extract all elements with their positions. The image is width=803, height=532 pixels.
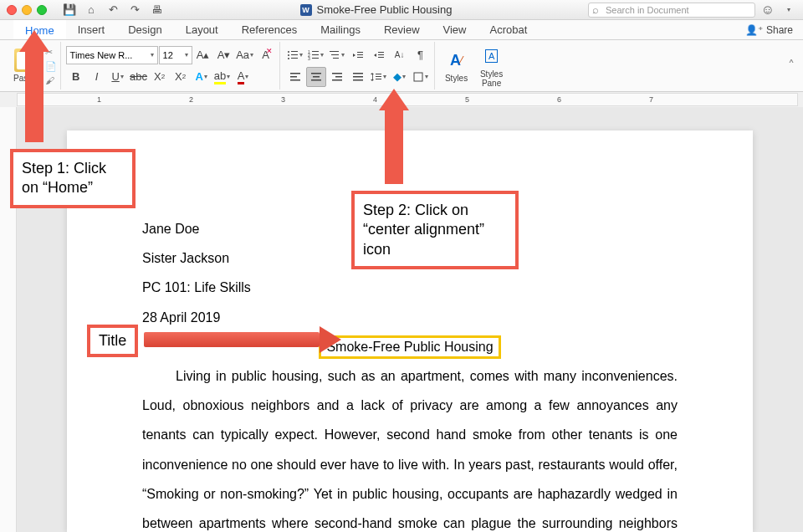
svg-rect-23 xyxy=(290,79,300,81)
window-zoom-icon[interactable] xyxy=(37,5,47,15)
svg-rect-33 xyxy=(372,74,373,79)
show-marks-icon[interactable]: ¶ xyxy=(411,45,431,65)
window-close-icon[interactable] xyxy=(7,5,17,15)
bold-button[interactable]: B xyxy=(66,67,86,87)
numbering-icon[interactable]: 123▾ xyxy=(306,45,326,65)
svg-rect-35 xyxy=(376,76,381,77)
document-title: Smoke-Free Public Housing xyxy=(317,3,453,16)
svg-rect-25 xyxy=(313,76,320,78)
justify-icon[interactable] xyxy=(348,67,368,87)
styles-pane-icon: A xyxy=(480,44,504,68)
svg-rect-22 xyxy=(290,76,297,78)
svg-point-2 xyxy=(288,54,289,56)
svg-rect-5 xyxy=(291,58,298,59)
titlebar: 💾 ⌂ ↶ ↷ 🖶 W Smoke-Free Public Housing Se… xyxy=(0,0,803,20)
arrow-head-icon xyxy=(19,30,49,52)
svg-rect-18 xyxy=(378,52,384,53)
highlight-icon[interactable]: ab▾ xyxy=(212,67,233,87)
print-icon[interactable]: 🖶 xyxy=(149,3,164,18)
doc-title-text[interactable]: Smoke-Free Public Housing xyxy=(319,335,500,359)
line-spacing-icon[interactable]: ▾ xyxy=(369,67,389,87)
svg-rect-21 xyxy=(290,73,300,74)
ruler-mark: 3 xyxy=(281,95,285,104)
styles-label: Styles xyxy=(445,74,468,83)
feedback-dropdown-icon[interactable]: ▾ xyxy=(781,3,796,18)
arrow-head-icon xyxy=(320,326,341,353)
collapse-ribbon-icon[interactable]: ˄ xyxy=(785,58,798,74)
doc-header-line[interactable]: PC 101: Life Skills xyxy=(142,273,678,302)
tab-references[interactable]: References xyxy=(230,20,309,39)
svg-rect-37 xyxy=(414,73,422,81)
home-quick-icon[interactable]: ⌂ xyxy=(84,3,99,18)
tab-layout[interactable]: Layout xyxy=(174,20,230,39)
align-right-icon[interactable] xyxy=(327,67,347,87)
tab-design[interactable]: Design xyxy=(116,20,173,39)
shading-icon[interactable]: ◆▾ xyxy=(390,67,410,87)
tab-mailings[interactable]: Mailings xyxy=(309,20,372,39)
tab-review[interactable]: Review xyxy=(372,20,432,39)
svg-rect-24 xyxy=(311,73,321,74)
svg-rect-1 xyxy=(291,51,298,52)
styles-button[interactable]: A⁄ Styles xyxy=(440,47,473,84)
font-size-select[interactable]: 12▾ xyxy=(159,46,192,64)
tab-view[interactable]: View xyxy=(432,20,478,39)
svg-rect-28 xyxy=(335,76,342,78)
font-group: Times New R...▾ 12▾ A▴ A▾ Aa▾ A✕ B I U▾ … xyxy=(63,42,280,90)
svg-rect-30 xyxy=(353,73,363,74)
font-family-select[interactable]: Times New R...▾ xyxy=(66,46,158,64)
align-left-icon[interactable] xyxy=(285,67,305,87)
underline-button[interactable]: U▾ xyxy=(108,67,128,87)
decrease-indent-icon[interactable] xyxy=(348,45,368,65)
share-label: Share xyxy=(766,24,793,36)
svg-rect-27 xyxy=(332,73,342,74)
italic-button[interactable]: I xyxy=(87,67,107,87)
svg-rect-12 xyxy=(330,51,339,52)
subscript-button[interactable]: X2 xyxy=(150,67,170,87)
superscript-button[interactable]: X2 xyxy=(171,67,191,87)
styles-pane-button[interactable]: A Styles Pane xyxy=(475,43,509,90)
svg-rect-36 xyxy=(376,79,381,79)
arrow-head-icon xyxy=(379,89,409,110)
bullets-icon[interactable]: ▾ xyxy=(285,45,305,65)
clear-formatting-icon[interactable]: A✕ xyxy=(256,45,276,65)
multilevel-list-icon[interactable]: ▾ xyxy=(327,45,347,65)
menu-bar: Home Insert Design Layout References Mai… xyxy=(0,20,803,40)
font-color-icon[interactable]: A▾ xyxy=(233,67,253,87)
arrow-shaft xyxy=(144,332,320,347)
save-icon[interactable]: 💾 xyxy=(62,3,77,18)
svg-rect-17 xyxy=(357,57,363,58)
redo-icon[interactable]: ↷ xyxy=(127,3,142,18)
tab-insert[interactable]: Insert xyxy=(66,20,117,39)
svg-rect-15 xyxy=(357,52,363,53)
doc-body-paragraph[interactable]: Living in public housing, such as an apa… xyxy=(142,361,678,532)
share-button[interactable]: 👤⁺ Share xyxy=(735,24,803,36)
svg-rect-13 xyxy=(331,54,339,55)
svg-rect-20 xyxy=(378,57,384,58)
change-case-icon[interactable]: Aa▾ xyxy=(235,45,255,65)
svg-rect-31 xyxy=(353,76,363,78)
ruler-mark: 5 xyxy=(465,95,469,104)
feedback-icon[interactable]: ☺ xyxy=(760,3,775,18)
undo-icon[interactable]: ↶ xyxy=(105,3,120,18)
arrow-shaft xyxy=(25,50,43,142)
tab-acrobat[interactable]: Acrobat xyxy=(478,20,539,39)
strikethrough-button[interactable]: abc xyxy=(129,67,149,87)
shrink-font-icon[interactable]: A▾ xyxy=(214,45,234,65)
styles-icon: A⁄ xyxy=(445,49,468,72)
annotation-title-label: Title xyxy=(87,325,138,357)
svg-rect-29 xyxy=(332,79,342,81)
ribbon: Paste ✂ 📄 🖌 Times New R...▾ 12▾ A▴ A▾ Aa… xyxy=(0,40,803,92)
align-center-icon[interactable] xyxy=(306,67,326,87)
sort-icon[interactable]: A↓ xyxy=(390,45,410,65)
text-effects-icon[interactable]: A▾ xyxy=(192,67,212,87)
copy-icon[interactable]: 📄 xyxy=(45,61,57,72)
grow-font-icon[interactable]: A▴ xyxy=(193,45,213,65)
window-minimize-icon[interactable] xyxy=(22,5,32,15)
format-painter-icon[interactable]: 🖌 xyxy=(45,75,57,85)
increase-indent-icon[interactable] xyxy=(369,45,389,65)
svg-rect-26 xyxy=(311,79,321,81)
paragraph-group: ▾ 123▾ ▾ A↓ ¶ ▾ ◆▾ ▾ xyxy=(282,42,435,90)
borders-icon[interactable]: ▾ xyxy=(411,67,431,87)
search-input[interactable]: Search in Document xyxy=(588,3,755,18)
svg-rect-7 xyxy=(312,51,319,52)
